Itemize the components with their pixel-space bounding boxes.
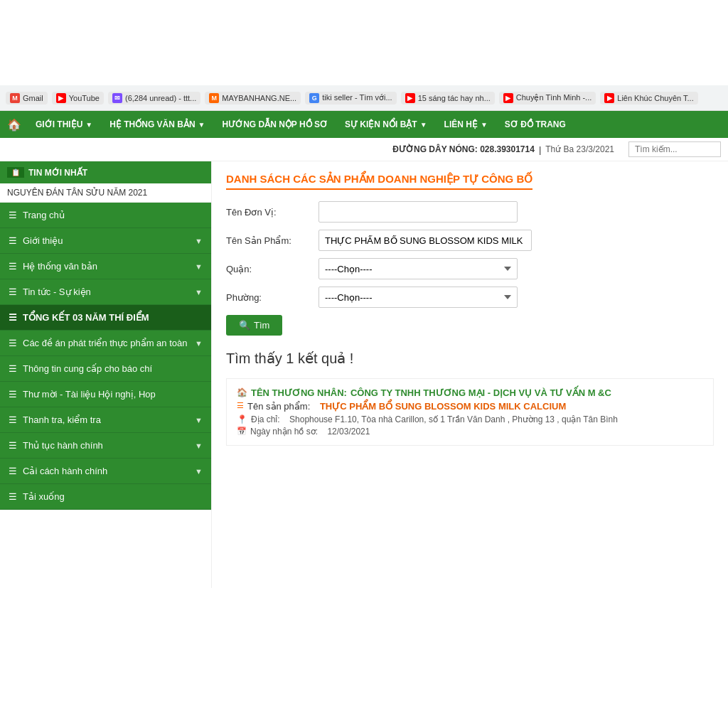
phuong-label: Phường: [226,292,318,303]
result-card: 🏠 TÊN THƯƠNG NHÂN: CÔNG TY TNHH THƯƠNG M… [226,378,714,446]
sidebar-item-label-9: Thanh tra, kiểm tra [23,414,101,425]
sidebar-item-tong-ket[interactable]: ☰ TỔNG KẾT 03 NĂM THÍ ĐIỂM [0,305,211,331]
sidebar: 📋 TIN MỚI NHẤT NGUYÊN ĐÁN TÂN SỬU NĂM 20… [0,161,212,588]
result-address: 📍 Địa chỉ: Shophouse F1.10, Tòa nhà Cari… [237,414,703,424]
top-navigation: 🏠 GIỚI THIỆU ▼ HỆ THỐNG VĂN BẢN ▼ HƯỚNG … [0,111,728,138]
tab-tinminh[interactable]: ▶ Chuyện Tình Minh -... [499,92,596,105]
product-name: THỰC PHẨM BỔ SUNG BLOSSOM KIDS MILK CALC… [320,401,566,412]
youtube-icon: ▶ [56,93,66,103]
yt4-icon: ▶ [604,93,614,103]
tab-tiki[interactable]: G tiki seller - Tìm với... [305,92,396,105]
company-label: TÊN THƯƠNG NHÂN: [251,387,347,398]
sidebar-item-label-12: Tải xuống [23,491,65,502]
list-icon-12: ☰ [9,491,17,502]
yt3-icon: ▶ [503,93,513,103]
search-button[interactable]: 🔍 Tìm [226,315,282,336]
chevron-down-icon-6: ▼ [195,262,203,271]
list-icon-9: ☰ [9,414,17,425]
nav-item-lien-he[interactable]: LIÊN HỆ ▼ [436,111,496,138]
list-icon-6: ☰ [9,338,17,348]
sidebar-item-label-7: Thông tin cung cấp cho báo chí [23,363,152,374]
chevron-down-icon-2: ▼ [198,121,205,129]
list-icon: ☰ [9,210,17,220]
nav-item-gioi-thieu[interactable]: GIỚI THIỆU ▼ [27,111,101,138]
sidebar-item-thu-moi[interactable]: ☰ Thư mời - Tài liệu Hội nghị, Hop [0,382,211,407]
date-text: Thứ Ba 23/3/2021 [545,144,614,154]
chevron-down-icon-4: ▼ [481,121,488,129]
nav-item-so-do-trang[interactable]: SƠ ĐỒ TRANG [496,111,574,138]
location-icon: 📍 [237,414,247,424]
san-pham-input[interactable] [318,230,532,251]
tab-youtube-label: YouTube [69,94,100,102]
search-top-input[interactable] [628,141,721,157]
nav-item-he-thong-van-ban[interactable]: HỆ THỐNG VĂN BẢN ▼ [101,111,213,138]
sidebar-item-tin-tuc[interactable]: ☰ Tin tức - Sự kiện ▼ [0,279,211,305]
tab-tinminh-label: Chuyện Tình Minh -... [516,93,592,102]
chevron-down-icon-11: ▼ [195,467,203,476]
chevron-down-icon-8: ▼ [195,339,203,348]
hotline-separator: | [539,144,541,155]
sidebar-item-label-3: Hệ thống văn bản [23,261,97,272]
quan-label: Quận: [226,264,318,274]
sidebar-item-label-4: Tin tức - Sự kiện [23,287,91,297]
list-icon-10: ☰ [9,440,17,451]
san-pham-label: Tên Sản Phẩm: [226,235,318,246]
result-date: 📅 Ngày nhận hồ sơ: 12/03/2021 [237,427,703,437]
result-product: ☰ Tên sản phẩm: THỰC PHẨM BỔ SUNG BLOSSO… [237,401,703,412]
list-icon-11: ☰ [9,466,17,476]
tab-lienkuc[interactable]: ▶ Liên Khúc Chuyên T... [600,92,697,105]
tab-sangtac-label: 15 sáng tác hay nh... [418,94,491,102]
nav-item-huong-dan[interactable]: HƯỚNG DẪN NỘP HỒ SƠ [214,111,336,138]
quan-select[interactable]: ----Chọn---- [318,258,518,279]
yt2-icon: ▶ [405,93,415,103]
sidebar-item-tai-xuong[interactable]: ☰ Tải xuống [0,484,211,510]
mail-icon: ✉ [112,93,122,103]
chevron-down-icon-7: ▼ [195,288,203,296]
sidebar-item-label: Trang chủ [23,210,65,220]
sidebar-item-thu-tuc[interactable]: ☰ Thủ tục hành chính ▼ [0,433,211,459]
home-icon[interactable]: 🏠 [7,118,21,132]
tab-gmail-label: Gmail [23,94,43,102]
sidebar-item-thanh-tra[interactable]: ☰ Thanh tra, kiểm tra ▼ [0,407,211,433]
main-layout: 📋 TIN MỚI NHẤT NGUYÊN ĐÁN TÂN SỬU NĂM 20… [0,161,728,588]
chevron-down-icon-5: ▼ [195,237,203,245]
sidebar-item-label-6: Các đề án phát triển thực phẩm an toàn [23,338,187,348]
sidebar-item-de-an[interactable]: ☰ Các đề án phát triển thực phẩm an toàn… [0,331,211,356]
search-form: Tên Đơn Vị: Tên Sản Phẩm: Quận: ----Chọn… [226,201,714,336]
tab-sangtac[interactable]: ▶ 15 sáng tác hay nh... [401,92,495,105]
tab-gmail[interactable]: M Gmail [6,92,48,105]
phuong-select[interactable]: ----Chọn---- [318,287,518,308]
sidebar-item-he-thong-van-ban[interactable]: ☰ Hệ thống văn bản ▼ [0,254,211,279]
don-vi-label: Tên Đơn Vị: [226,207,318,218]
tab-mail-label: (6,284 unread) - ttt... [125,94,196,102]
result-company: 🏠 TÊN THƯƠNG NHÂN: CÔNG TY TNHH THƯƠNG M… [237,387,703,398]
tab-youtube[interactable]: ▶ YouTube [52,92,104,105]
chevron-down-icon-10: ▼ [195,441,203,450]
news-badge: 📋 [7,167,24,178]
nav-item-su-kien[interactable]: SỰ KIỆN NỔI BẬT ▼ [336,111,436,138]
sidebar-item-label-11: Cải cách hành chính [23,466,107,476]
date-value: 12/03/2021 [327,427,370,437]
google-icon: G [309,93,319,103]
chevron-down-icon-3: ▼ [420,121,427,129]
news-badge-label: TIN MỚI NHẤT [28,168,87,178]
address-text: Shophouse F1.10, Tòa nhà Carillon, số 1 … [289,414,618,424]
tab-tiki-label: tiki seller - Tìm với... [322,93,392,102]
phuong-row: Phường: ----Chọn---- [226,287,714,308]
sidebar-item-gioi-thieu[interactable]: ☰ Giới thiệu ▼ [0,228,211,254]
sidebar-news-text[interactable]: NGUYÊN ĐÁN TÂN SỬU NĂM 2021 [0,183,211,203]
home-sm-icon: 🏠 [237,387,247,397]
search-icon: 🔍 [239,320,250,331]
sidebar-item-thong-tin[interactable]: ☰ Thông tin cung cấp cho báo chí [0,356,211,382]
sidebar-item-trang-chu[interactable]: ☰ Trang chủ [0,203,211,228]
results-header: Tìm thấy 1 kết quả ! [226,350,714,367]
tab-maybanhang[interactable]: M MAYBANHANG.NE... [205,92,301,105]
tab-lienkuc-label: Liên Khúc Chuyên T... [617,94,693,102]
don-vi-input[interactable] [318,201,518,223]
sidebar-item-cai-cach[interactable]: ☰ Cải cách hành chính ▼ [0,459,211,484]
list-icon-5: ☰ [9,312,17,323]
tab-mail[interactable]: ✉ (6,284 unread) - ttt... [108,92,200,105]
calendar-icon: 📅 [237,427,247,436]
list-icon-8: ☰ [9,389,17,400]
product-prefix: Tên sản phẩm: [247,401,310,412]
